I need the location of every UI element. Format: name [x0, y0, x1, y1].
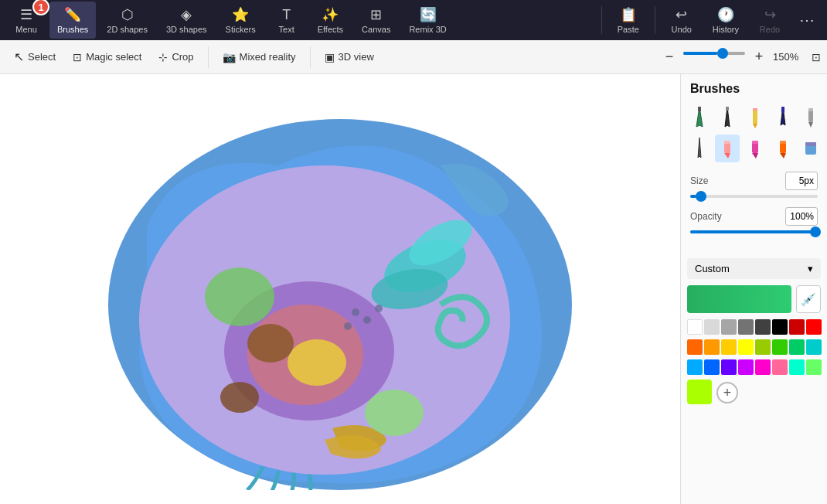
undo-icon: ↩ [676, 6, 687, 23]
canvas-area[interactable]: 2 ↗ [0, 74, 680, 504]
current-color-swatch[interactable] [687, 285, 791, 313]
svg-point-14 [344, 322, 352, 330]
color-dropdown[interactable]: Custom ▾ [687, 258, 821, 279]
brush-pen-2[interactable] [687, 135, 712, 162]
menu-label: Menu [15, 25, 37, 34]
crop-tool[interactable]: ⊹ Crop [151, 48, 201, 66]
opacity-slider-row [681, 229, 827, 240]
swatch-brightyellow[interactable] [738, 339, 754, 355]
swatch-red[interactable] [806, 319, 822, 335]
main-area: 2 ↗ Brushes [0, 74, 827, 504]
swatch-hotpink[interactable] [772, 359, 788, 375]
right-panel: Brushes [680, 74, 827, 504]
text-button[interactable]: T Text [267, 2, 307, 39]
3d-view-tool[interactable]: ▣ 3D view [317, 48, 382, 66]
svg-rect-21 [781, 107, 784, 113]
brush-pencil[interactable] [743, 104, 767, 131]
opacity-thumb[interactable] [810, 226, 821, 237]
svg-marker-26 [724, 153, 730, 158]
eyedropper-button[interactable]: 💉 [796, 285, 821, 313]
zoom-controls: − + 150% ⊡ [660, 48, 821, 66]
swatch-teal[interactable] [789, 339, 805, 355]
swatch-green[interactable] [772, 339, 788, 355]
swatch-black[interactable] [772, 319, 788, 335]
brush-marker-pink[interactable] [743, 135, 767, 162]
zoom-fill [683, 52, 717, 55]
canvas-button[interactable]: ⊞ Canvas [354, 2, 398, 39]
svg-rect-30 [752, 141, 758, 144]
2d-shapes-button[interactable]: ⬡ 2D shapes [99, 2, 155, 39]
brushes-icon: ✏️ [64, 6, 81, 23]
brushes-label: Brushes [57, 25, 88, 34]
swatch-yellow[interactable] [721, 339, 737, 355]
size-label: Size [690, 175, 730, 186]
swatch-mintgreen[interactable] [789, 359, 805, 375]
brush-eraser-panel[interactable] [798, 135, 823, 162]
undo-label: Undo [672, 25, 692, 34]
brush-marker-orange[interactable] [771, 135, 795, 162]
swatch-lightblue[interactable] [687, 359, 703, 375]
3d-shapes-button[interactable]: ◈ 3D shapes [158, 2, 215, 39]
svg-rect-33 [780, 141, 786, 144]
swatch-brightgreen[interactable] [806, 359, 822, 375]
swatch-violet[interactable] [721, 359, 737, 375]
paste-label: Paste [618, 25, 639, 34]
opacity-input[interactable] [785, 207, 818, 226]
more-options-button[interactable]: ⋯ [793, 8, 821, 32]
chevron-down-icon: ▾ [808, 263, 813, 274]
fit-view-button[interactable]: ⊡ [812, 51, 821, 63]
swatch-darkgray[interactable] [755, 319, 771, 335]
swatch-gray[interactable] [738, 319, 754, 335]
swatch-orange[interactable] [687, 339, 703, 355]
swatch-blue[interactable] [704, 359, 720, 375]
brush-fountain-pen[interactable] [771, 104, 795, 131]
size-thumb[interactable] [696, 191, 706, 202]
swatch-cyan[interactable] [806, 339, 822, 355]
brush-marker-thin[interactable] [798, 104, 823, 131]
zoom-thumb[interactable] [717, 48, 728, 59]
swatch-midgray[interactable] [721, 319, 737, 335]
swatch-lightgray[interactable] [704, 319, 720, 335]
zoom-slider-container[interactable] [683, 52, 745, 63]
lime-swatch[interactable] [687, 380, 712, 404]
effects-button[interactable]: ✨ Effects [310, 2, 351, 39]
3d-shapes-label: 3D shapes [166, 25, 207, 34]
canvas-icon: ⊞ [370, 6, 382, 23]
undo-button[interactable]: ↩ Undo [662, 2, 702, 39]
history-button[interactable]: 🕐 History [705, 2, 747, 39]
brush-ink-pen[interactable] [715, 104, 740, 131]
zoom-out-button[interactable]: − [660, 48, 679, 66]
svg-rect-35 [805, 142, 816, 146]
redo-label: Redo [760, 25, 780, 34]
stickers-button[interactable]: ⭐ Stickers [218, 2, 264, 39]
brushes-button[interactable]: ✏️ Brushes [49, 2, 96, 39]
remix3d-icon: 🔄 [420, 6, 437, 23]
svg-point-8 [205, 267, 274, 326]
swatch-pink[interactable] [755, 359, 771, 375]
swatch-yellowgreen[interactable] [755, 339, 771, 355]
brush-calligraphy[interactable] [687, 104, 712, 131]
paste-button[interactable]: 📋 Paste [608, 2, 648, 39]
magic-select-tool[interactable]: ⊡ Magic select [65, 48, 149, 66]
swatch-magenta[interactable] [738, 359, 754, 375]
menu-button[interactable]: → 1 ☰ Menu [6, 2, 46, 39]
plus-icon: + [723, 385, 732, 401]
add-color-button[interactable]: + [716, 382, 738, 404]
svg-point-11 [220, 382, 259, 413]
swatch-darkred[interactable] [789, 319, 805, 335]
select-label: Select [28, 51, 56, 63]
svg-point-12 [352, 308, 359, 316]
stickers-icon: ⭐ [232, 6, 249, 23]
remix3d-button[interactable]: 🔄 Remix 3D [401, 2, 454, 39]
brush-highlighter[interactable] [715, 135, 740, 162]
select-tool[interactable]: ↖ Select [6, 46, 63, 67]
zoom-in-button[interactable]: + [750, 48, 768, 66]
swatch-amber[interactable] [704, 339, 720, 355]
sep2 [655, 6, 655, 34]
swatch-white[interactable] [687, 319, 703, 335]
mixed-reality-tool[interactable]: 📷 Mixed reality [215, 48, 304, 66]
redo-button[interactable]: ↪ Redo [750, 2, 790, 39]
size-input[interactable] [785, 172, 818, 190]
svg-marker-23 [808, 122, 813, 128]
svg-rect-20 [753, 108, 757, 111]
